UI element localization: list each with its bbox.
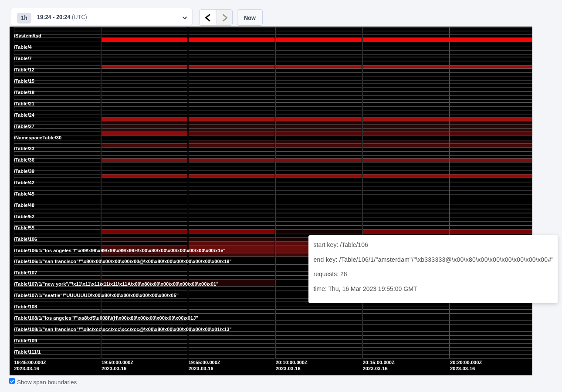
svg-text:/Table/45: /Table/45 bbox=[14, 191, 34, 196]
svg-text:/Table/109: /Table/109 bbox=[14, 338, 37, 343]
svg-text:/Table/48: /Table/48 bbox=[14, 203, 34, 208]
svg-text:2023-03-16: 2023-03-16 bbox=[362, 366, 387, 371]
svg-text:/Table/107: /Table/107 bbox=[14, 270, 37, 275]
svg-text:/Table/111/1: /Table/111/1 bbox=[14, 349, 41, 355]
svg-text:19:55:00.000Z: 19:55:00.000Z bbox=[188, 360, 220, 365]
svg-text:/Table/36: /Table/36 bbox=[14, 157, 34, 162]
svg-text:19:45:00.000Z: 19:45:00.000Z bbox=[14, 360, 46, 365]
svg-text:19:50:00.000Z: 19:50:00.000Z bbox=[102, 360, 134, 365]
svg-text:20:20:00.000Z: 20:20:00.000Z bbox=[450, 360, 482, 365]
svg-text:/NamespaceTable/30: /NamespaceTable/30 bbox=[14, 135, 61, 140]
svg-text:/Table/55: /Table/55 bbox=[14, 225, 34, 230]
svg-text:/Table/106: /Table/106 bbox=[14, 237, 37, 242]
svg-text:2023-03-16: 2023-03-16 bbox=[188, 366, 213, 371]
svg-text:/Table/27: /Table/27 bbox=[14, 124, 34, 129]
svg-text:/Table/108/1/"san francisco"/": /Table/108/1/"san francisco"/"\x8c\xcc\x… bbox=[14, 327, 232, 332]
svg-text:/System/tsd: /System/tsd bbox=[14, 33, 41, 38]
svg-text:2023-03-16: 2023-03-16 bbox=[102, 366, 126, 371]
svg-text:2023-03-16: 2023-03-16 bbox=[275, 366, 300, 371]
svg-text:2023-03-16: 2023-03-16 bbox=[14, 366, 39, 371]
svg-text:/Table/107/1/"seattle"/"UUUUUU: /Table/107/1/"seattle"/"UUUUUUD\x00\x80\… bbox=[14, 293, 179, 298]
svg-text:/Table/42: /Table/42 bbox=[14, 180, 34, 185]
svg-text:/Table/4: /Table/4 bbox=[14, 44, 32, 50]
svg-text:2023-03-16: 2023-03-16 bbox=[450, 366, 475, 371]
svg-text:/Table/108/1/"los angeles"/"\x: /Table/108/1/"los angeles"/"\xa8\xf5\u00… bbox=[14, 315, 198, 321]
svg-text:/Table/107/1/"new york"/"\x11\: /Table/107/1/"new york"/"\x11\x11\x11\x1… bbox=[14, 281, 219, 287]
svg-text:20:10:00.000Z: 20:10:00.000Z bbox=[275, 360, 308, 365]
svg-text:/Table/52: /Table/52 bbox=[14, 214, 34, 219]
svg-text:/Table/106/1/"los angeles"/"\x: /Table/106/1/"los angeles"/"\x99\x99\x99… bbox=[14, 248, 226, 253]
svg-text:/Table/18: /Table/18 bbox=[14, 90, 34, 95]
svg-text:/Table/7: /Table/7 bbox=[14, 56, 32, 61]
svg-text:/Table/21: /Table/21 bbox=[14, 101, 34, 106]
svg-text:/Table/15: /Table/15 bbox=[14, 78, 34, 84]
svg-text:/Table/33: /Table/33 bbox=[14, 146, 34, 151]
svg-text:20:15:00.000Z: 20:15:00.000Z bbox=[362, 360, 395, 365]
svg-text:/Table/24: /Table/24 bbox=[14, 112, 35, 118]
svg-text:/Table/108: /Table/108 bbox=[14, 304, 37, 309]
svg-text:/Table/12: /Table/12 bbox=[14, 67, 34, 72]
svg-text:/Table/39: /Table/39 bbox=[14, 169, 34, 174]
svg-text:/Table/106/1/"san francisco"/": /Table/106/1/"san francisco"/"\x80\x00\x… bbox=[14, 259, 232, 264]
